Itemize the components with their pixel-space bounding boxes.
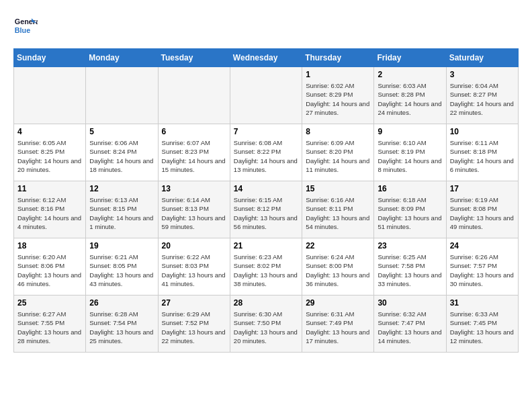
day-number: 24 — [450, 241, 515, 250]
day-number: 23 — [378, 241, 442, 250]
day-number: 13 — [162, 184, 226, 193]
weekday-header: Wednesday — [230, 49, 302, 67]
day-info: Sunrise: 6:08 AM Sunset: 8:22 PM Dayligh… — [234, 138, 298, 174]
day-info: Sunrise: 6:02 AM Sunset: 8:29 PM Dayligh… — [306, 81, 370, 117]
day-info: Sunrise: 6:14 AM Sunset: 8:13 PM Dayligh… — [162, 195, 226, 231]
day-number: 14 — [234, 184, 298, 193]
logo-icon: General Blue — [13, 13, 38, 38]
svg-text:Blue: Blue — [15, 26, 30, 34]
day-info: Sunrise: 6:15 AM Sunset: 8:12 PM Dayligh… — [234, 195, 298, 231]
day-info: Sunrise: 6:27 AM Sunset: 7:55 PM Dayligh… — [17, 310, 82, 345]
calendar-day-cell — [14, 67, 86, 124]
weekday-header: Monday — [86, 49, 158, 67]
calendar-day-cell: 3Sunrise: 6:04 AM Sunset: 8:27 PM Daylig… — [446, 67, 518, 124]
calendar-week-row: 11Sunrise: 6:12 AM Sunset: 8:16 PM Dayli… — [14, 181, 519, 238]
day-number: 9 — [378, 127, 442, 136]
day-info: Sunrise: 6:05 AM Sunset: 8:25 PM Dayligh… — [17, 138, 82, 174]
calendar-day-cell: 9Sunrise: 6:10 AM Sunset: 8:19 PM Daylig… — [374, 124, 446, 181]
day-number: 28 — [234, 298, 298, 308]
weekday-header: Thursday — [302, 49, 374, 67]
day-number: 12 — [89, 184, 154, 193]
calendar-day-cell: 18Sunrise: 6:20 AM Sunset: 8:06 PM Dayli… — [14, 238, 86, 295]
day-number: 27 — [162, 298, 226, 308]
calendar-day-cell: 13Sunrise: 6:14 AM Sunset: 8:13 PM Dayli… — [158, 181, 230, 238]
calendar-day-cell: 23Sunrise: 6:25 AM Sunset: 7:58 PM Dayli… — [374, 238, 446, 295]
day-info: Sunrise: 6:23 AM Sunset: 8:02 PM Dayligh… — [234, 253, 298, 288]
day-info: Sunrise: 6:28 AM Sunset: 7:54 PM Dayligh… — [89, 310, 154, 345]
day-number: 26 — [89, 298, 154, 308]
calendar-day-cell: 14Sunrise: 6:15 AM Sunset: 8:12 PM Dayli… — [230, 181, 302, 238]
calendar-table: SundayMondayTuesdayWednesdayThursdayFrid… — [13, 48, 519, 353]
day-number: 4 — [17, 127, 82, 136]
calendar-day-cell: 21Sunrise: 6:23 AM Sunset: 8:02 PM Dayli… — [230, 238, 302, 295]
page-header: General Blue — [13, 13, 519, 38]
calendar-day-cell: 12Sunrise: 6:13 AM Sunset: 8:15 PM Dayli… — [86, 181, 158, 238]
day-info: Sunrise: 6:10 AM Sunset: 8:19 PM Dayligh… — [378, 138, 442, 174]
calendar-week-row: 18Sunrise: 6:20 AM Sunset: 8:06 PM Dayli… — [14, 238, 519, 295]
calendar-day-cell: 7Sunrise: 6:08 AM Sunset: 8:22 PM Daylig… — [230, 124, 302, 181]
day-info: Sunrise: 6:31 AM Sunset: 7:49 PM Dayligh… — [306, 310, 370, 345]
day-info: Sunrise: 6:04 AM Sunset: 8:27 PM Dayligh… — [450, 81, 515, 117]
day-number: 7 — [234, 127, 298, 136]
day-info: Sunrise: 6:11 AM Sunset: 8:18 PM Dayligh… — [450, 138, 515, 174]
calendar-day-cell: 5Sunrise: 6:06 AM Sunset: 8:24 PM Daylig… — [86, 124, 158, 181]
day-info: Sunrise: 6:20 AM Sunset: 8:06 PM Dayligh… — [17, 253, 82, 288]
day-info: Sunrise: 6:12 AM Sunset: 8:16 PM Dayligh… — [17, 195, 82, 231]
calendar-week-row: 4Sunrise: 6:05 AM Sunset: 8:25 PM Daylig… — [14, 124, 519, 181]
day-number: 17 — [450, 184, 515, 193]
day-info: Sunrise: 6:06 AM Sunset: 8:24 PM Dayligh… — [89, 138, 154, 174]
weekday-header: Saturday — [446, 49, 518, 67]
calendar-day-cell — [86, 67, 158, 124]
calendar-header: SundayMondayTuesdayWednesdayThursdayFrid… — [14, 49, 519, 67]
day-info: Sunrise: 6:30 AM Sunset: 7:50 PM Dayligh… — [234, 310, 298, 345]
calendar-day-cell: 11Sunrise: 6:12 AM Sunset: 8:16 PM Dayli… — [14, 181, 86, 238]
logo: General Blue — [13, 13, 38, 38]
calendar-day-cell: 25Sunrise: 6:27 AM Sunset: 7:55 PM Dayli… — [14, 295, 86, 353]
calendar-day-cell: 24Sunrise: 6:26 AM Sunset: 7:57 PM Dayli… — [446, 238, 518, 295]
calendar-day-cell: 28Sunrise: 6:30 AM Sunset: 7:50 PM Dayli… — [230, 295, 302, 353]
day-info: Sunrise: 6:32 AM Sunset: 7:47 PM Dayligh… — [378, 310, 442, 345]
day-info: Sunrise: 6:25 AM Sunset: 7:58 PM Dayligh… — [378, 253, 442, 288]
day-number: 20 — [162, 241, 226, 250]
day-info: Sunrise: 6:09 AM Sunset: 8:20 PM Dayligh… — [306, 138, 370, 174]
calendar-day-cell: 17Sunrise: 6:19 AM Sunset: 8:08 PM Dayli… — [446, 181, 518, 238]
calendar-day-cell: 16Sunrise: 6:18 AM Sunset: 8:09 PM Dayli… — [374, 181, 446, 238]
day-number: 29 — [306, 298, 370, 308]
day-info: Sunrise: 6:24 AM Sunset: 8:00 PM Dayligh… — [306, 253, 370, 288]
day-number: 6 — [162, 127, 226, 136]
day-number: 15 — [306, 184, 370, 193]
day-info: Sunrise: 6:03 AM Sunset: 8:28 PM Dayligh… — [378, 81, 442, 117]
calendar-day-cell: 31Sunrise: 6:33 AM Sunset: 7:45 PM Dayli… — [446, 295, 518, 353]
calendar-day-cell: 8Sunrise: 6:09 AM Sunset: 8:20 PM Daylig… — [302, 124, 374, 181]
calendar-day-cell: 29Sunrise: 6:31 AM Sunset: 7:49 PM Dayli… — [302, 295, 374, 353]
calendar-week-row: 25Sunrise: 6:27 AM Sunset: 7:55 PM Dayli… — [14, 295, 519, 353]
calendar-day-cell: 26Sunrise: 6:28 AM Sunset: 7:54 PM Dayli… — [86, 295, 158, 353]
calendar-day-cell: 27Sunrise: 6:29 AM Sunset: 7:52 PM Dayli… — [158, 295, 230, 353]
weekday-header: Sunday — [14, 49, 86, 67]
day-info: Sunrise: 6:18 AM Sunset: 8:09 PM Dayligh… — [378, 195, 442, 231]
day-info: Sunrise: 6:16 AM Sunset: 8:11 PM Dayligh… — [306, 195, 370, 231]
calendar-day-cell: 20Sunrise: 6:22 AM Sunset: 8:03 PM Dayli… — [158, 238, 230, 295]
day-number: 25 — [17, 298, 82, 308]
day-number: 10 — [450, 127, 515, 136]
calendar-day-cell: 1Sunrise: 6:02 AM Sunset: 8:29 PM Daylig… — [302, 67, 374, 124]
day-number: 11 — [17, 184, 82, 193]
calendar-day-cell — [230, 67, 302, 124]
day-info: Sunrise: 6:22 AM Sunset: 8:03 PM Dayligh… — [162, 253, 226, 288]
calendar-day-cell: 2Sunrise: 6:03 AM Sunset: 8:28 PM Daylig… — [374, 67, 446, 124]
day-number: 30 — [378, 298, 442, 308]
day-number: 2 — [378, 70, 442, 79]
day-number: 5 — [89, 127, 154, 136]
day-info: Sunrise: 6:19 AM Sunset: 8:08 PM Dayligh… — [450, 195, 515, 231]
day-info: Sunrise: 6:33 AM Sunset: 7:45 PM Dayligh… — [450, 310, 515, 345]
day-number: 21 — [234, 241, 298, 250]
day-number: 31 — [450, 298, 515, 308]
day-info: Sunrise: 6:26 AM Sunset: 7:57 PM Dayligh… — [450, 253, 515, 288]
weekday-header: Friday — [374, 49, 446, 67]
calendar-week-row: 1Sunrise: 6:02 AM Sunset: 8:29 PM Daylig… — [14, 67, 519, 124]
calendar-day-cell: 15Sunrise: 6:16 AM Sunset: 8:11 PM Dayli… — [302, 181, 374, 238]
day-number: 16 — [378, 184, 442, 193]
calendar-day-cell — [158, 67, 230, 124]
weekday-header: Tuesday — [158, 49, 230, 67]
calendar-day-cell: 22Sunrise: 6:24 AM Sunset: 8:00 PM Dayli… — [302, 238, 374, 295]
